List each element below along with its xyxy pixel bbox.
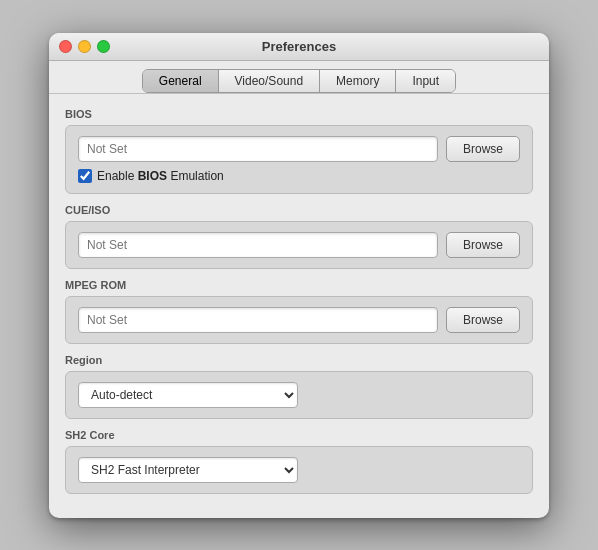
- window-controls: [59, 40, 110, 53]
- mpeg-rom-input-row: Browse: [78, 307, 520, 333]
- sh2-core-select[interactable]: SH2 Fast Interpreter SH2 Interpreter SH2…: [78, 457, 298, 483]
- cue-iso-inner: Browse: [65, 221, 533, 269]
- cue-iso-browse-button[interactable]: Browse: [446, 232, 520, 258]
- bios-section: BIOS Browse Enable BIOS Emulation: [65, 108, 533, 194]
- region-inner: Auto-detect Japan North America Europe: [65, 371, 533, 419]
- bios-input-row: Browse: [78, 136, 520, 162]
- mpeg-rom-inner: Browse: [65, 296, 533, 344]
- bios-checkbox-label: Enable BIOS Emulation: [97, 169, 224, 183]
- region-label: Region: [65, 354, 533, 366]
- cue-iso-input-row: Browse: [78, 232, 520, 258]
- bios-checkbox-row: Enable BIOS Emulation: [78, 169, 520, 183]
- tab-memory[interactable]: Memory: [320, 70, 396, 92]
- sh2-core-inner: SH2 Fast Interpreter SH2 Interpreter SH2…: [65, 446, 533, 494]
- content-area: BIOS Browse Enable BIOS Emulation CUE/IS…: [49, 94, 549, 518]
- tab-general[interactable]: General: [143, 70, 219, 92]
- minimize-button[interactable]: [78, 40, 91, 53]
- bios-label: BIOS: [65, 108, 533, 120]
- titlebar: Preferences: [49, 33, 549, 61]
- maximize-button[interactable]: [97, 40, 110, 53]
- window-title: Preferences: [262, 39, 336, 54]
- bios-inner: Browse Enable BIOS Emulation: [65, 125, 533, 194]
- mpeg-rom-label: MPEG ROM: [65, 279, 533, 291]
- mpeg-rom-input[interactable]: [78, 307, 438, 333]
- region-section: Region Auto-detect Japan North America E…: [65, 354, 533, 419]
- cue-iso-label: CUE/ISO: [65, 204, 533, 216]
- bios-browse-button[interactable]: Browse: [446, 136, 520, 162]
- close-button[interactable]: [59, 40, 72, 53]
- tabs-container: General Video/Sound Memory Input: [49, 61, 549, 94]
- sh2-core-section: SH2 Core SH2 Fast Interpreter SH2 Interp…: [65, 429, 533, 494]
- cue-iso-section: CUE/ISO Browse: [65, 204, 533, 269]
- tab-input[interactable]: Input: [396, 70, 455, 92]
- tab-video-sound[interactable]: Video/Sound: [219, 70, 321, 92]
- bios-emulation-checkbox[interactable]: [78, 169, 92, 183]
- region-select[interactable]: Auto-detect Japan North America Europe: [78, 382, 298, 408]
- tabs: General Video/Sound Memory Input: [142, 69, 456, 93]
- sh2-core-select-row: SH2 Fast Interpreter SH2 Interpreter SH2…: [78, 457, 520, 483]
- preferences-window: Preferences General Video/Sound Memory I…: [49, 33, 549, 518]
- cue-iso-input[interactable]: [78, 232, 438, 258]
- mpeg-rom-browse-button[interactable]: Browse: [446, 307, 520, 333]
- bios-input[interactable]: [78, 136, 438, 162]
- mpeg-rom-section: MPEG ROM Browse: [65, 279, 533, 344]
- region-select-row: Auto-detect Japan North America Europe: [78, 382, 520, 408]
- sh2-core-label: SH2 Core: [65, 429, 533, 441]
